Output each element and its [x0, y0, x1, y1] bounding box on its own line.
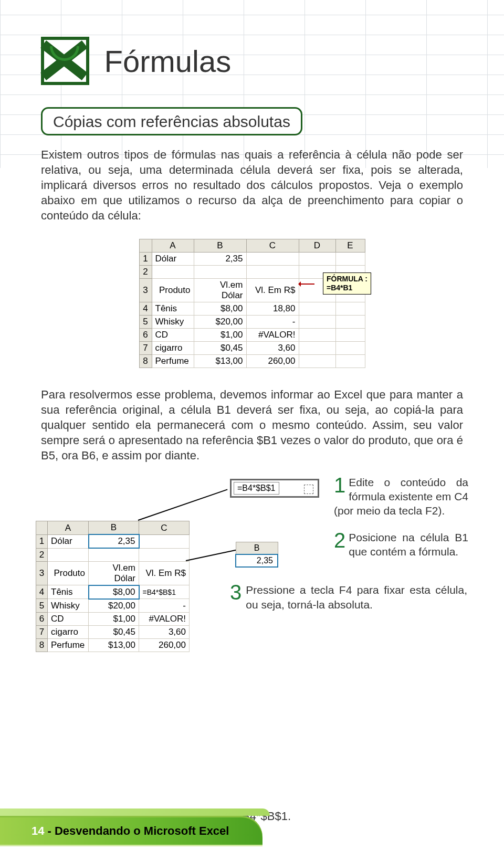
col-header: C — [246, 239, 299, 253]
intro-paragraph: Existem outros tipos de fórmulas nas qua… — [41, 147, 463, 223]
table-row: 7cigarro$0,453,60 — [139, 342, 365, 355]
sheet1-table: A B C D E 1Dólar2,35 2 3ProdutoVl.em Dól… — [139, 239, 365, 368]
step-3: 3 Pressione a tecla F4 para fixar esta c… — [230, 583, 467, 612]
table-row: 1Dólar2,35 — [36, 534, 190, 548]
figure-steps-row: =B4*$B$1 A B C 1Dólar2,35 2 3ProdutoVl.e… — [41, 479, 463, 647]
callout-arrow-icon — [299, 284, 314, 285]
col-header: D — [299, 239, 335, 253]
table-row: 1Dólar2,35 — [139, 253, 365, 266]
step-2: 2 Posicione na célula B1 que contém a fó… — [334, 531, 468, 559]
connector-line-icon — [138, 489, 228, 521]
cell-value: 2,35 — [236, 554, 278, 567]
footer-text: - Desvendando o Microsoft Excel — [47, 824, 229, 838]
connector-line-icon — [186, 550, 237, 562]
footer-tab: 14 - Desvendando o Microsoft Excel — [0, 816, 262, 846]
table-row: 5Whisky$20,00- — [36, 599, 190, 613]
table-row: 6CD$1,00#VALOR! — [139, 329, 365, 342]
step-number: 2 — [334, 531, 345, 550]
explanation-paragraph: Para resolvermos esse problema, devemos … — [41, 387, 463, 463]
table-row: 5Whisky$20,00- — [139, 316, 365, 329]
tooltip-line: FÓRMULA : — [327, 275, 368, 284]
step-1: 1 Edite o conteúdo da fórmula existente … — [334, 476, 468, 518]
col-header: B — [236, 542, 278, 555]
table-row: 7cigarro$0,453,60 — [36, 625, 190, 638]
formula-bar-text: =B4*$B$1 — [234, 482, 279, 495]
col-header: E — [335, 239, 365, 253]
table-row: 4Tênis$8,0018,80 — [139, 302, 365, 316]
table-row: 8Perfume$13,00260,00 — [36, 638, 190, 652]
steps-column: 1 Edite o conteúdo da fórmula existente … — [334, 476, 468, 571]
selection-handle-icon — [304, 485, 313, 494]
step-number: 1 — [334, 476, 345, 495]
step-number: 3 — [230, 583, 242, 602]
page-number: 14 — [32, 824, 44, 838]
tooltip-line: =B4*B1 — [327, 284, 368, 292]
page-title: Fórmulas — [104, 44, 231, 79]
sheet2-table: A B C 1Dólar2,35 2 3ProdutoVl.em DólarVl… — [36, 521, 190, 652]
title-row: Fórmulas — [41, 37, 463, 85]
page-content: Fórmulas Cópias com referências absoluta… — [0, 0, 504, 828]
table-row: 8Perfume$13,00260,00 — [139, 355, 365, 368]
table-row: 3ProdutoVl.em DólarVl. Em R$ — [36, 561, 190, 585]
table-row: 4Tênis$8,00=B4*$B$1 — [36, 585, 190, 599]
table-row: 2 — [36, 548, 190, 561]
step-text: Posicione na célula B1 que contém a fórm… — [334, 531, 468, 559]
col-header: B — [194, 239, 246, 253]
spreadsheet-example-1: A B C D E 1Dólar2,35 2 3ProdutoVl.em Dól… — [134, 239, 370, 368]
col-header: A — [48, 521, 89, 535]
section-heading: Cópias com referências absolutas — [41, 107, 302, 135]
table-row: 6CD$1,00#VALOR! — [36, 612, 190, 625]
col-header: A — [152, 239, 194, 253]
formula-bar: =B4*$B$1 — [230, 479, 319, 498]
col-header: B — [89, 521, 139, 535]
step-text: Edite o conteúdo da fórmula existente em… — [334, 476, 468, 518]
mini-cell-callout: B 2,35 — [235, 542, 278, 568]
step-text: Pressione a tecla F4 para fixar esta cél… — [230, 583, 467, 612]
excel-icon — [41, 37, 89, 85]
formula-tooltip: FÓRMULA : =B4*B1 — [323, 272, 371, 295]
col-header: C — [139, 521, 190, 535]
